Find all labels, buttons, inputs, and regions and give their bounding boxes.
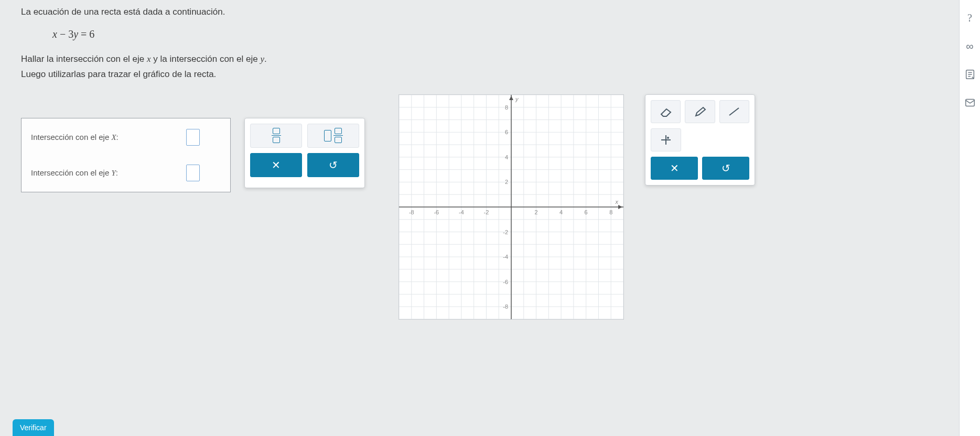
svg-line-60 bbox=[729, 108, 739, 115]
notes-icon bbox=[964, 69, 976, 80]
problem-line-2-var-y: y bbox=[260, 54, 264, 64]
coordinate-grid: -8-6-4-22468-8-6-4-22468xy bbox=[399, 95, 623, 319]
help-icon: ? bbox=[967, 12, 972, 24]
svg-marker-40 bbox=[618, 205, 622, 209]
svg-text:2: 2 bbox=[505, 179, 508, 185]
svg-rect-68 bbox=[965, 100, 974, 106]
infinity-button[interactable]: ∞ bbox=[963, 39, 977, 53]
graph-panel[interactable]: -8-6-4-22468-8-6-4-22468xy bbox=[399, 94, 624, 320]
clear-button[interactable]: ✕ bbox=[250, 153, 302, 177]
mail-icon bbox=[964, 97, 976, 108]
line-icon bbox=[727, 106, 741, 117]
svg-text:-2: -2 bbox=[484, 209, 489, 215]
svg-marker-41 bbox=[509, 96, 513, 100]
y-intercept-label: Intersección con el eje Y: bbox=[31, 168, 118, 178]
mixed-number-icon bbox=[324, 128, 343, 143]
pencil-tool-button[interactable] bbox=[685, 100, 715, 123]
svg-text:y: y bbox=[515, 96, 519, 102]
equation: x − 3y = 6 bbox=[52, 26, 949, 42]
graph-clear-button[interactable]: ✕ bbox=[651, 157, 698, 180]
svg-text:8: 8 bbox=[609, 209, 612, 215]
equation-var-y: y bbox=[73, 28, 78, 40]
y-intercept-label-a: Intersección con el eje bbox=[31, 168, 111, 177]
svg-text:-2: -2 bbox=[503, 229, 508, 235]
x-intercept-label: Intersección con el eje X: bbox=[31, 133, 119, 142]
keypad: ✕ ↺ bbox=[244, 118, 365, 188]
point-grid-icon bbox=[660, 134, 672, 146]
svg-text:8: 8 bbox=[505, 104, 508, 111]
verify-button[interactable]: Verificar bbox=[13, 419, 54, 436]
y-intercept-input[interactable] bbox=[186, 165, 200, 181]
notes-button[interactable] bbox=[963, 67, 977, 82]
mail-button[interactable] bbox=[963, 95, 977, 110]
line-tool-button[interactable] bbox=[719, 100, 749, 123]
svg-text:-8: -8 bbox=[503, 303, 508, 310]
point-grid-tool-button[interactable] bbox=[651, 128, 681, 151]
svg-text:-4: -4 bbox=[503, 254, 508, 260]
equation-var-x: x bbox=[52, 28, 57, 40]
right-sidebar: ? ∞ bbox=[959, 0, 980, 436]
svg-text:4: 4 bbox=[505, 154, 508, 160]
svg-text:-4: -4 bbox=[459, 209, 464, 215]
x-intercept-label-a: Intersección con el eje bbox=[31, 133, 111, 141]
svg-text:-6: -6 bbox=[434, 209, 439, 215]
infinity-icon: ∞ bbox=[966, 40, 973, 52]
y-intercept-row: Intersección con el eje Y: bbox=[31, 165, 221, 181]
x-intercept-label-b: : bbox=[116, 133, 119, 141]
answer-box: Intersección con el eje X: Intersección … bbox=[21, 118, 231, 192]
undo-button[interactable]: ↺ bbox=[307, 153, 359, 177]
undo-icon: ↺ bbox=[329, 159, 338, 171]
x-intercept-row: Intersección con el eje X: bbox=[31, 129, 221, 146]
close-icon: ✕ bbox=[272, 159, 281, 171]
problem-line-2a: Hallar la intersección con el eje bbox=[21, 54, 147, 64]
equation-mid: − 3 bbox=[57, 28, 73, 40]
problem-line-3: Luego utilizarlas para trazar el gráfico… bbox=[21, 68, 949, 81]
problem-line-2c: . bbox=[264, 54, 267, 64]
eraser-icon bbox=[659, 106, 673, 117]
problem-line-1: La ecuación de una recta está dada a con… bbox=[21, 5, 949, 19]
close-icon: ✕ bbox=[670, 162, 679, 175]
y-intercept-label-b: : bbox=[116, 168, 118, 177]
svg-text:4: 4 bbox=[559, 209, 563, 215]
undo-icon: ↺ bbox=[721, 162, 730, 175]
problem-line-2: Hallar la intersección con el eje x y la… bbox=[21, 52, 949, 66]
graph-undo-button[interactable]: ↺ bbox=[702, 157, 749, 180]
equation-rhs: = 6 bbox=[78, 28, 94, 40]
svg-text:-8: -8 bbox=[409, 209, 414, 215]
svg-text:6: 6 bbox=[505, 129, 508, 135]
problem-line-2-var-x: x bbox=[147, 54, 151, 64]
pencil-icon bbox=[693, 106, 707, 117]
x-intercept-input[interactable] bbox=[186, 129, 200, 146]
eraser-tool-button[interactable] bbox=[651, 100, 681, 123]
mixed-number-button[interactable] bbox=[307, 124, 359, 148]
svg-text:6: 6 bbox=[585, 209, 588, 215]
svg-text:-6: -6 bbox=[503, 279, 508, 285]
svg-text:x: x bbox=[615, 199, 619, 205]
graph-toolbox: ✕ ↺ bbox=[645, 94, 755, 186]
help-button[interactable]: ? bbox=[963, 10, 977, 25]
fraction-button[interactable] bbox=[250, 124, 302, 148]
y-intercept-label-var: Y bbox=[111, 169, 115, 177]
svg-point-63 bbox=[667, 137, 669, 139]
problem-line-2b: y la intersección con el eje bbox=[151, 54, 261, 64]
svg-text:2: 2 bbox=[535, 209, 538, 215]
fraction-icon bbox=[272, 128, 281, 143]
x-intercept-label-var: X bbox=[111, 133, 116, 141]
